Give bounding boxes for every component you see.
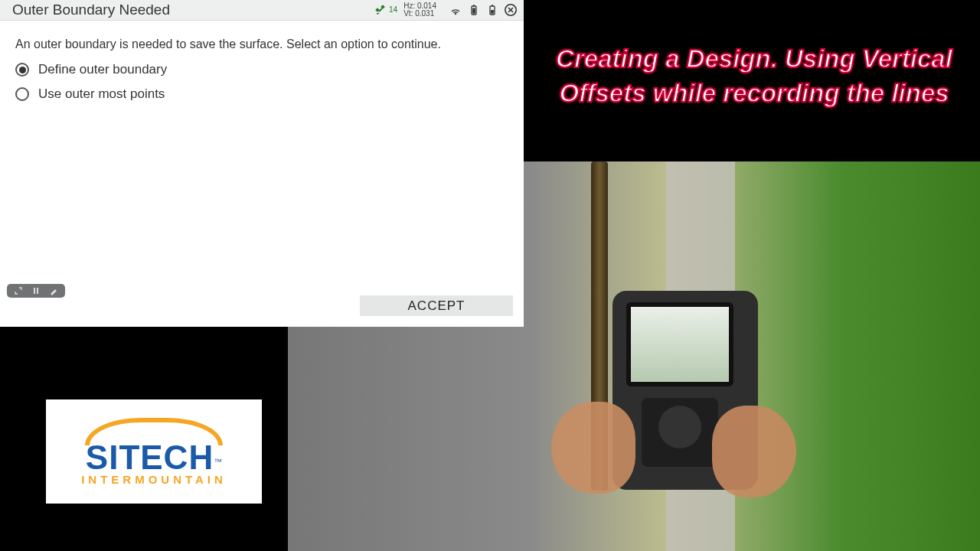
logo-sub-text: INTERMOUNTAIN xyxy=(81,473,227,486)
app-header: Outer Boundary Needed 14 Hz: 0.014 Vt: 0… xyxy=(0,0,524,21)
sitech-logo: SITECH™ INTERMOUNTAIN xyxy=(46,399,262,504)
logo-tm: ™ xyxy=(214,456,222,465)
close-button[interactable] xyxy=(504,3,518,17)
vt-value: 0.031 xyxy=(415,9,434,18)
logo-main-text: SITECH xyxy=(86,439,214,476)
page-title: Outer Boundary Needed xyxy=(12,2,170,18)
satellite-count: 14 xyxy=(389,6,397,14)
handheld-screen xyxy=(626,302,733,386)
draw-icon[interactable] xyxy=(48,286,59,295)
satellite-icon[interactable] xyxy=(374,3,387,17)
title-line1: Creating a Design. Using Vertical xyxy=(556,44,952,73)
corrections-icon[interactable] xyxy=(449,3,462,17)
svg-rect-10 xyxy=(34,288,35,294)
option-label: Define outer boundary xyxy=(38,62,167,77)
hz-value: 0.014 xyxy=(417,2,436,10)
hz-label: Hz: xyxy=(403,2,415,10)
title-line2: Offsets while recording the lines xyxy=(559,79,949,107)
radio-icon xyxy=(15,63,29,77)
instruction-text: An outer boundary is needed to save the … xyxy=(15,37,508,51)
expand-icon[interactable] xyxy=(13,286,24,295)
vt-label: Vt: xyxy=(403,9,413,18)
accept-label: ACCEPT xyxy=(408,298,466,314)
svg-rect-8 xyxy=(491,10,494,14)
svg-rect-4 xyxy=(473,5,475,6)
svg-rect-0 xyxy=(375,8,380,12)
app-panel: Outer Boundary Needed 14 Hz: 0.014 Vt: 0… xyxy=(0,0,524,327)
option-define-boundary[interactable]: Define outer boundary xyxy=(15,62,508,77)
svg-rect-11 xyxy=(37,288,38,294)
app-body: An outer boundary is needed to save the … xyxy=(0,21,524,102)
handheld-dpad xyxy=(658,406,701,448)
battery-controller-icon[interactable] xyxy=(485,3,499,17)
pause-icon[interactable] xyxy=(31,286,41,295)
battery-receiver-icon[interactable] xyxy=(467,3,481,17)
svg-rect-7 xyxy=(492,5,493,6)
svg-point-2 xyxy=(455,13,456,15)
hand-right xyxy=(712,406,796,497)
recording-control-bar xyxy=(7,284,65,298)
svg-rect-5 xyxy=(472,8,475,14)
radio-icon xyxy=(15,87,29,101)
option-label: Use outer most points xyxy=(38,86,165,102)
hand-left xyxy=(551,402,635,494)
precision-readout[interactable]: Hz: 0.014 Vt: 0.031 xyxy=(403,2,436,18)
option-use-outer-points[interactable]: Use outer most points xyxy=(15,86,508,102)
accept-button[interactable]: ACCEPT xyxy=(360,295,513,316)
video-title-overlay: Creating a Design. Using Vertical Offset… xyxy=(536,42,972,110)
